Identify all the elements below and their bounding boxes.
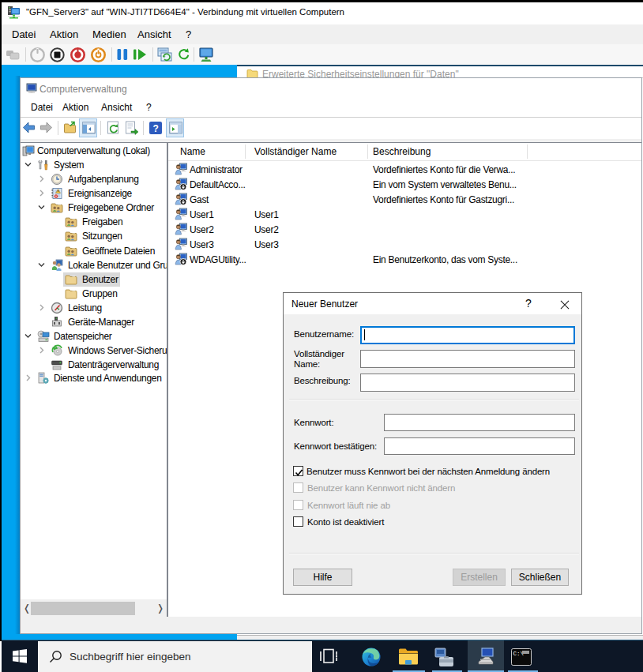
svg-text:?: ? bbox=[153, 123, 159, 134]
